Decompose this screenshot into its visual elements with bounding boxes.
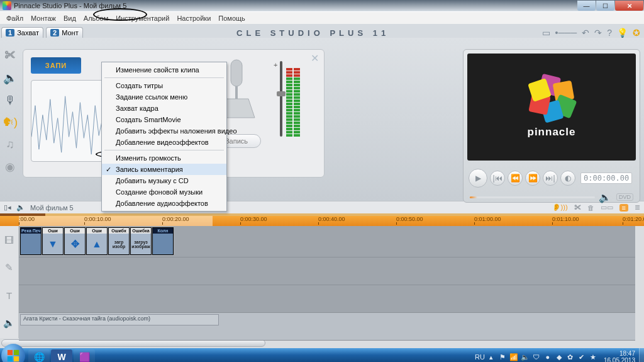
menu-tools[interactable]: Инструментарий <box>112 13 173 23</box>
taskbar-pinnacle-icon[interactable]: 🟪 <box>74 349 95 362</box>
mi-menu-links[interactable]: Задание ссылок меню <box>102 91 226 103</box>
menu-help[interactable]: Помощь <box>214 13 249 23</box>
mi-clip-properties[interactable]: Изменение свойств клипа <box>102 64 226 76</box>
show-desktop-button[interactable] <box>639 348 644 362</box>
help-icon[interactable]: ? <box>607 28 612 38</box>
tray-b-icon[interactable]: ◆ <box>555 353 564 361</box>
redo-icon[interactable]: ↷ <box>594 28 602 38</box>
mi-change-volume[interactable]: Изменить громкость <box>102 152 226 164</box>
time-ruler[interactable]: :00.00 0:00:10.00 0:00:20.00 0:00:30.00 … <box>0 216 644 226</box>
mi-smartmovie[interactable]: Создать SmartMovie <box>102 114 226 125</box>
audio-clip[interactable]: Агата Кристи - Сказочная тайга (audiopoi… <box>20 314 219 325</box>
panel-close-icon[interactable]: ✕ <box>311 52 319 64</box>
taskbar-word-icon[interactable]: W <box>51 349 72 362</box>
vertical-scrollbar[interactable] <box>635 226 644 338</box>
tray-e-icon[interactable]: ★ <box>589 353 597 361</box>
title-track[interactable] <box>19 285 635 313</box>
music-track[interactable]: Агата Кристи - Сказочная тайга (audiopoi… <box>19 313 635 341</box>
collapse-icon[interactable]: ▯◂ <box>4 203 11 212</box>
timeline-clip[interactable]: Ошибкзагр изобр <box>108 227 130 255</box>
tool-voice-icon[interactable]: 🗣) <box>3 116 18 129</box>
tray-d-icon[interactable]: ✔ <box>577 353 586 361</box>
player-seekbar[interactable]: 🔈DVD <box>464 192 640 202</box>
tray-shield-icon[interactable]: 🛡 <box>532 353 541 361</box>
tray-lang[interactable]: RU <box>475 353 484 361</box>
forward-button[interactable]: ⏩ <box>525 171 540 186</box>
mi-record-voiceover[interactable]: Запись комментария <box>102 164 226 175</box>
view-timeline-icon[interactable]: ≡ <box>619 204 628 212</box>
timeline-clip[interactable]: Река Печ <box>20 227 42 255</box>
mode-tab-edit[interactable]: 2 Монт <box>46 27 83 38</box>
tool-scissors-icon[interactable]: ✀ <box>4 49 16 62</box>
timeline-clip[interactable]: Оши▼ <box>42 227 64 255</box>
trash-icon[interactable]: 🗑 <box>587 204 594 212</box>
ruler-tick: 0:00:50.00 <box>396 216 423 222</box>
track-music-icon[interactable]: 🔈 <box>3 309 15 337</box>
audio-scrub-icon[interactable]: 👂))) <box>552 203 568 212</box>
timeline-clip[interactable]: Колн <box>152 227 174 255</box>
go-end-button[interactable]: ⏭| <box>543 171 558 186</box>
mi-audio-effects[interactable]: Добавление аудиоэффектов <box>102 198 226 209</box>
menu-view[interactable]: Вид <box>60 13 80 23</box>
tool-speaker-icon[interactable]: 🔈 <box>3 71 17 85</box>
mi-add-cd-music[interactable]: Добавить музыку с CD <box>102 175 226 186</box>
mi-score[interactable]: Создание фоновой музыки <box>102 186 226 198</box>
track-overlay-icon[interactable]: ✎ <box>5 254 13 281</box>
minimize-button[interactable]: — <box>577 1 596 11</box>
tray-flag-icon[interactable]: ⚑ <box>498 353 507 361</box>
tray-up-icon[interactable]: ▴ <box>487 353 496 361</box>
taskbar-clock[interactable]: 18:47 16.05.2013 <box>604 350 635 362</box>
go-start-button[interactable]: |⏮ <box>490 171 505 186</box>
timeline-clip[interactable]: Ошибказагруз изображ <box>130 227 152 255</box>
close-button[interactable] <box>615 1 643 11</box>
view-text-icon[interactable]: ≣ <box>635 203 640 212</box>
speaker-small-icon[interactable]: 🔈 <box>16 203 25 212</box>
undo-icon[interactable]: ↶ <box>582 28 589 38</box>
video-clips: Река ПечОши▼Оши✥Оши▲Ошибкзагр изобрОшибк… <box>20 227 174 255</box>
tool-disc-icon[interactable]: ◉ <box>5 160 15 174</box>
ruler-tick: 0:01:00.00 <box>474 216 501 222</box>
mi-grab-frame[interactable]: Захват кадра <box>102 103 226 114</box>
taskbar-chrome-icon[interactable]: 🌐 <box>28 349 50 362</box>
svg-rect-3 <box>8 349 13 354</box>
rewind-button[interactable]: ⏪ <box>508 171 523 186</box>
tool-mic-icon[interactable]: 🎙 <box>4 94 16 107</box>
razor-icon[interactable]: ✀ <box>574 204 581 212</box>
window-titlebar: Pinnacle Studio Plus - Мой фильм 5 — ☐ <box>0 0 644 11</box>
premium-icon[interactable]: ✪ <box>633 28 640 38</box>
menu-album[interactable]: Альбом <box>80 13 112 23</box>
tool-music-icon[interactable]: ♫ <box>6 138 14 151</box>
tray-c-icon[interactable]: ✿ <box>566 353 575 361</box>
menu-bar: Файл Монтаж Вид Альбом Инструментарий На… <box>0 11 644 24</box>
mode-tab-strip: 1 Захват 2 Монт CLE STUDIO PLUS 11 ▭ •──… <box>0 24 644 38</box>
timeline-clip[interactable]: Оши✥ <box>64 227 86 255</box>
view-story-icon[interactable]: ▭▭ <box>601 203 613 212</box>
tray-vol-icon[interactable]: 🔈 <box>521 353 530 361</box>
maximize-button[interactable]: ☐ <box>596 1 614 11</box>
tray-a-icon[interactable]: ● <box>543 353 552 361</box>
mi-video-effects[interactable]: Добавление видеоэффектов <box>102 137 226 148</box>
tray-net-icon[interactable]: 📶 <box>509 353 518 361</box>
track-title-icon[interactable]: T <box>6 281 12 309</box>
mi-overlay-effects[interactable]: Добавить эффекты наложения видео <box>102 125 226 137</box>
play-button[interactable]: ▶ <box>469 169 487 188</box>
mi-create-titles[interactable]: Создать титры <box>102 80 226 91</box>
tools-dropdown: Изменение свойств клипа Создать титры За… <box>101 62 227 212</box>
track-video-icon[interactable]: 🎞 <box>4 226 14 254</box>
menu-edit[interactable]: Монтаж <box>27 13 60 23</box>
screen-toggle-icon[interactable]: ▭ <box>542 28 550 38</box>
pinnacle-logo <box>529 76 574 121</box>
mode-tab-capture[interactable]: 1 Захват <box>1 27 43 38</box>
ruler-tick: 0:00:30.00 <box>240 216 267 222</box>
gain-slider[interactable] <box>280 61 282 137</box>
record-strip: ЗАПИ <box>31 57 81 74</box>
slider-icon[interactable]: •─── <box>555 28 577 38</box>
overlay-track[interactable] <box>19 257 635 285</box>
timeline-clip[interactable]: Оши▲ <box>86 227 108 255</box>
menu-settings[interactable]: Настройки <box>173 13 214 23</box>
loop-button[interactable]: ◐ <box>560 171 575 186</box>
video-track[interactable]: Река ПечОши▼Оши✥Оши▲Ошибкзагр изобрОшибк… <box>19 226 635 257</box>
tip-icon[interactable]: 💡 <box>617 28 628 38</box>
menu-file[interactable]: Файл <box>3 13 27 23</box>
vu-meter: + <box>274 61 300 137</box>
